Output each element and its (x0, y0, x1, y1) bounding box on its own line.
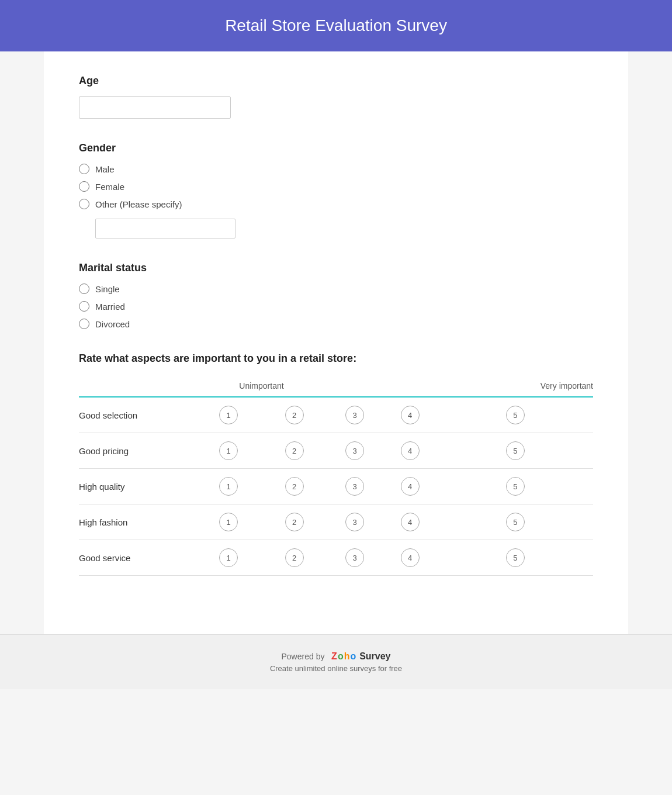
age-input[interactable] (79, 96, 231, 119)
rating-circle-3-5[interactable]: 5 (506, 477, 525, 496)
marital-radio-married[interactable] (79, 301, 89, 312)
zoho-logo: Zoho (331, 651, 356, 662)
rating-circle-3-3[interactable]: 3 (345, 477, 364, 496)
gender-option-male[interactable]: Male (79, 164, 593, 174)
gender-option-female[interactable]: Female (79, 181, 593, 192)
marital-option-divorced[interactable]: Divorced (79, 319, 593, 329)
rating-section: Rate what aspects are important to you i… (79, 352, 593, 576)
rating-table-row: Good service12345 (79, 540, 593, 576)
rating-cell-2-4[interactable]: 4 (382, 433, 437, 469)
rating-circle-4-1[interactable]: 1 (219, 513, 238, 531)
rating-circle-1-4[interactable]: 4 (401, 406, 420, 424)
marital-single-label: Single (95, 284, 120, 294)
marital-radio-single[interactable] (79, 284, 89, 294)
rating-row-label: Good selection (79, 397, 196, 433)
rating-cell-3-5[interactable]: 5 (438, 469, 593, 504)
main-content: Age Gender Male Female Other (Please spe… (44, 51, 628, 634)
rating-cell-3-1[interactable]: 1 (196, 469, 261, 504)
rating-cell-4-1[interactable]: 1 (196, 504, 261, 540)
rating-circle-5-4[interactable]: 4 (401, 548, 420, 567)
rating-cell-2-5[interactable]: 5 (438, 433, 593, 469)
marital-option-single[interactable]: Single (79, 284, 593, 294)
rating-table-header-row: Unimportant Very important (79, 376, 593, 397)
rating-circle-5-5[interactable]: 5 (506, 548, 525, 567)
rating-circle-4-2[interactable]: 2 (285, 513, 304, 531)
rating-col-unimportant: Unimportant (196, 376, 327, 397)
rating-circle-3-1[interactable]: 1 (219, 477, 238, 496)
rating-circle-5-2[interactable]: 2 (285, 548, 304, 567)
rating-circle-3-4[interactable]: 4 (401, 477, 420, 496)
rating-cell-4-2[interactable]: 2 (261, 504, 327, 540)
marital-label: Marital status (79, 262, 593, 274)
rating-cell-1-1[interactable]: 1 (196, 397, 261, 433)
rating-cell-3-4[interactable]: 4 (382, 469, 437, 504)
page-footer: Powered by Zoho Survey Create unlimited … (0, 634, 672, 689)
rating-circle-1-5[interactable]: 5 (506, 406, 525, 424)
rating-circle-4-5[interactable]: 5 (506, 513, 525, 531)
rating-circle-4-4[interactable]: 4 (401, 513, 420, 531)
rating-cell-2-3[interactable]: 3 (327, 433, 382, 469)
rating-cell-4-3[interactable]: 3 (327, 504, 382, 540)
rating-col-very-important: Very important (438, 376, 593, 397)
footer-powered-line: Powered by Zoho Survey (12, 651, 660, 662)
rating-circle-2-4[interactable]: 4 (401, 441, 420, 460)
age-label: Age (79, 75, 593, 87)
rating-row-label: High fashion (79, 504, 196, 540)
gender-other-input[interactable] (95, 219, 235, 238)
rating-circle-1-1[interactable]: 1 (219, 406, 238, 424)
rating-cell-5-1[interactable]: 1 (196, 540, 261, 576)
rating-circle-1-2[interactable]: 2 (285, 406, 304, 424)
gender-option-other[interactable]: Other (Please specify) (79, 199, 593, 209)
gender-label: Gender (79, 142, 593, 154)
gender-male-label: Male (95, 164, 115, 174)
zoho-o1: o (338, 651, 344, 662)
rating-table-row: Good pricing12345 (79, 433, 593, 469)
rating-circle-2-3[interactable]: 3 (345, 441, 364, 460)
footer-sub-text: Create unlimited online surveys for free (12, 664, 660, 673)
rating-col-aspect (79, 376, 196, 397)
rating-cell-1-2[interactable]: 2 (261, 397, 327, 433)
gender-radio-other[interactable] (79, 199, 89, 209)
rating-circle-5-1[interactable]: 1 (219, 548, 238, 567)
rating-table-row: High quality12345 (79, 469, 593, 504)
marital-radio-group: Single Married Divorced (79, 284, 593, 329)
marital-section: Marital status Single Married Divorced (79, 262, 593, 329)
rating-cell-3-3[interactable]: 3 (327, 469, 382, 504)
rating-cell-4-5[interactable]: 5 (438, 504, 593, 540)
marital-option-married[interactable]: Married (79, 301, 593, 312)
rating-circle-2-1[interactable]: 1 (219, 441, 238, 460)
rating-cell-5-4[interactable]: 4 (382, 540, 437, 576)
rating-cell-2-2[interactable]: 2 (261, 433, 327, 469)
rating-circle-4-3[interactable]: 3 (345, 513, 364, 531)
marital-divorced-label: Divorced (95, 319, 130, 329)
zoho-o2: o (350, 651, 356, 662)
survey-word: Survey (359, 651, 390, 661)
rating-cell-5-2[interactable]: 2 (261, 540, 327, 576)
rating-circle-2-5[interactable]: 5 (506, 441, 525, 460)
rating-cell-1-5[interactable]: 5 (438, 397, 593, 433)
rating-cell-5-5[interactable]: 5 (438, 540, 593, 576)
rating-cell-4-4[interactable]: 4 (382, 504, 437, 540)
gender-section: Gender Male Female Other (Please specify… (79, 142, 593, 238)
rating-circle-2-2[interactable]: 2 (285, 441, 304, 460)
rating-cell-5-3[interactable]: 3 (327, 540, 382, 576)
page-header: Retail Store Evaluation Survey (0, 0, 672, 51)
rating-cell-2-1[interactable]: 1 (196, 433, 261, 469)
gender-radio-male[interactable] (79, 164, 89, 174)
rating-circle-5-3[interactable]: 3 (345, 548, 364, 567)
powered-by-text: Powered by (282, 652, 325, 661)
rating-cell-1-4[interactable]: 4 (382, 397, 437, 433)
gender-other-label: Other (Please specify) (95, 199, 182, 209)
rating-cell-3-2[interactable]: 2 (261, 469, 327, 504)
rating-section-title: Rate what aspects are important to you i… (79, 352, 593, 365)
gender-female-label: Female (95, 182, 124, 192)
marital-radio-divorced[interactable] (79, 319, 89, 329)
rating-circle-1-3[interactable]: 3 (345, 406, 364, 424)
rating-cell-1-3[interactable]: 3 (327, 397, 382, 433)
rating-row-label: Good pricing (79, 433, 196, 469)
rating-circle-3-2[interactable]: 2 (285, 477, 304, 496)
zoho-h: h (344, 651, 350, 662)
zoho-z: Z (331, 651, 337, 662)
gender-radio-female[interactable] (79, 181, 89, 192)
marital-married-label: Married (95, 302, 125, 312)
